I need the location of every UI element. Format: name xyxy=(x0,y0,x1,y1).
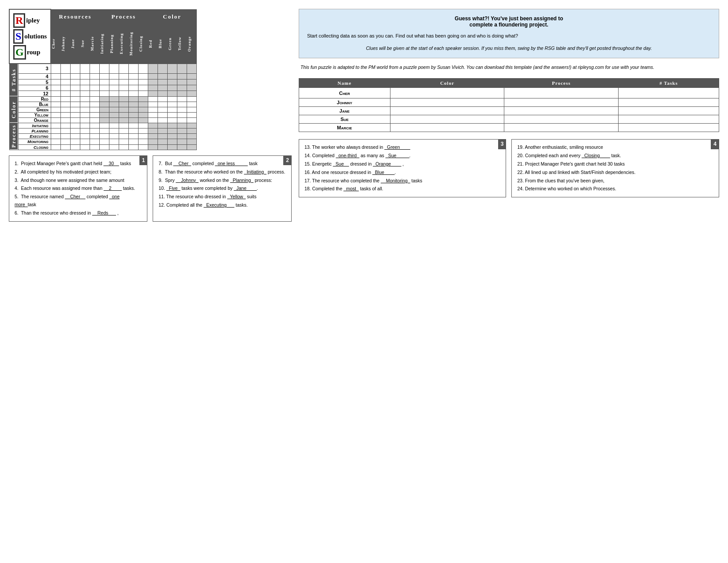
clue-2-1: 7. But __Cher_ completed _one less_____ … xyxy=(158,160,285,168)
clue-3-3: 15. Energetic _Sue__ dressed in _Orange_… xyxy=(304,160,501,168)
sname-marcie: Marcie xyxy=(299,124,390,132)
info-p1-right: Start collecting data as soon as you can… xyxy=(307,32,711,40)
table-row: 5 xyxy=(9,79,196,85)
scolor-marcie xyxy=(390,124,504,132)
clue-1-5: 5. The resource named __Cher__ completed… xyxy=(15,193,142,209)
col-h-closing: Closing xyxy=(138,24,148,64)
table-row: Yellow xyxy=(9,112,196,117)
row-label-monitoring: Monitoring xyxy=(18,139,51,144)
clues-34: 3 13. The worker who always dressed in _… xyxy=(299,139,719,197)
clue-2-6: 12. Completed all the _Executing___ task… xyxy=(158,201,285,209)
table-row: Planning xyxy=(9,128,196,133)
logo-solutions-full: olutions xyxy=(24,33,47,40)
clue-3-4: 16. And one resource dressed in _Blue___… xyxy=(304,169,501,177)
sh-name: Name xyxy=(299,79,390,88)
clue-1-6: 6. Than the resource who dressed in __Re… xyxy=(15,209,142,217)
row-label-12: 12 xyxy=(18,91,51,96)
table-row: # Tasks 3 xyxy=(9,64,196,73)
table-row: Closing xyxy=(9,144,196,150)
col-h-johnny: Johnny xyxy=(60,24,70,64)
clue-4-1: 19. Another enthusiastic, smiling resour… xyxy=(517,144,713,151)
table-row: Blue xyxy=(9,102,196,107)
clue-1-3: 3. And though none were assigned the sam… xyxy=(15,177,142,185)
clue-4-3: 21. Project Manager Pete's gantt chart h… xyxy=(517,160,713,168)
row-label-planning: Planning xyxy=(18,128,51,133)
section-label-process: Process xyxy=(9,123,18,150)
info-italic2-right: This fun puzzle is adapted to the PM wor… xyxy=(299,64,719,71)
clue-3-2: 14. Completed _one-third_ as many as _Su… xyxy=(304,152,501,160)
row-label-6: 6 xyxy=(18,85,51,91)
info-italic-right: Clues will be given at the start of each… xyxy=(307,45,711,52)
section-label-tasks: # Tasks xyxy=(9,64,18,96)
clue-2-3: 9. Spry __Johnny_ worked on the _Plannin… xyxy=(158,177,285,185)
stasks-jane xyxy=(618,107,719,115)
col-h-initiating: Initiating xyxy=(99,24,109,64)
clue-4-2: 20. Completed each and every _Closing___… xyxy=(517,152,713,160)
clue-1-1: 1. Project Manager Pete's gantt chart he… xyxy=(15,160,142,168)
sr-marcie: Marcie xyxy=(299,124,719,132)
sh-tasks: # Tasks xyxy=(618,79,719,88)
row-label-closing: Closing xyxy=(18,144,51,150)
col-h-cher: Cher xyxy=(51,24,60,64)
sprocess-jane xyxy=(504,107,619,115)
sr-jane: Jane xyxy=(299,107,719,115)
sh-process: Process xyxy=(504,79,619,88)
stasks-johnny xyxy=(618,98,719,107)
sprocess-sue xyxy=(504,115,619,124)
stasks-marcie xyxy=(618,124,719,132)
sname-sue: Sue xyxy=(299,115,390,124)
sprocess-johnny xyxy=(504,98,619,107)
row-label-executing: Executing xyxy=(18,134,51,139)
col-h-green: Green xyxy=(167,24,177,64)
clue-box-1: 1 1. Project Manager Pete's gantt chart … xyxy=(9,155,147,222)
clue-box-3-number: 3 xyxy=(498,139,507,149)
table-row: Green xyxy=(9,107,196,112)
section-label-color: Color xyxy=(9,96,18,123)
row-label-yellow: Yellow xyxy=(18,112,51,117)
col-h-jane: Jane xyxy=(70,24,80,64)
clue-1-4: 4. Each resource was assigned more than … xyxy=(15,185,142,193)
clue-box-2-number: 2 xyxy=(283,155,292,165)
scolor-johnny xyxy=(390,98,504,107)
row-label-red: Red xyxy=(18,96,51,102)
col-h-blue: Blue xyxy=(158,24,167,64)
logo-group-full: roup xyxy=(27,49,41,56)
clue-box-2: 2 7. But __Cher_ completed _one less____… xyxy=(153,155,291,222)
clue-box-3: 3 13. The worker who always dressed in _… xyxy=(299,139,507,197)
sr-cher: Cher xyxy=(299,88,719,98)
table-row: Color Red xyxy=(9,96,196,102)
row-label-3: 3 xyxy=(18,64,51,73)
col-h-sue: Sue xyxy=(80,24,90,64)
logo-r-full: R xyxy=(13,13,25,28)
logo-s-full: S xyxy=(13,29,23,44)
res-header-full: Resources xyxy=(51,9,99,24)
info-box-right: Guess what?! You've just been assigned t… xyxy=(299,9,719,58)
col-h-orange: Orange xyxy=(187,24,196,64)
col-h-yellow: Yellow xyxy=(177,24,187,64)
col-h-red: Red xyxy=(148,24,158,64)
table-row: Orange xyxy=(9,117,196,123)
row-label-orange: Orange xyxy=(18,117,51,123)
sprocess-marcie xyxy=(504,124,619,132)
summary-table-right: Name Color Process # Tasks Cher Johnny xyxy=(299,78,719,132)
logo-ripley-full: ipley xyxy=(26,17,40,24)
clue-box-1-number: 1 xyxy=(139,155,148,165)
table-row: Process Initiating xyxy=(9,123,196,128)
logo-g-full: G xyxy=(13,45,26,60)
clue-3-5: 17. The resource who completed the __Mon… xyxy=(304,177,501,185)
sr-sue: Sue xyxy=(299,115,719,124)
row-label-green: Green xyxy=(18,107,51,112)
full-puzzle-table: R ipley S olutions G roup xyxy=(9,9,197,150)
proc-header-full: Process xyxy=(99,9,148,24)
col-h-executing: Executing xyxy=(119,24,128,64)
row-label-initiating: Initiating xyxy=(18,123,51,128)
scolor-jane xyxy=(390,107,504,115)
clue-box-4: 4 19. Another enthusiastic, smiling reso… xyxy=(511,139,719,197)
clue-3-1: 13. The worker who always dressed in _Gr… xyxy=(304,144,501,151)
table-row: Monitoring xyxy=(9,139,196,144)
row-label-4: 4 xyxy=(18,73,51,79)
clue-4-4: 22. All lined up and linked with Start/F… xyxy=(517,169,713,177)
row-label-blue: Blue xyxy=(18,102,51,107)
sname-cher: Cher xyxy=(299,88,390,98)
table-row: Executing xyxy=(9,134,196,139)
